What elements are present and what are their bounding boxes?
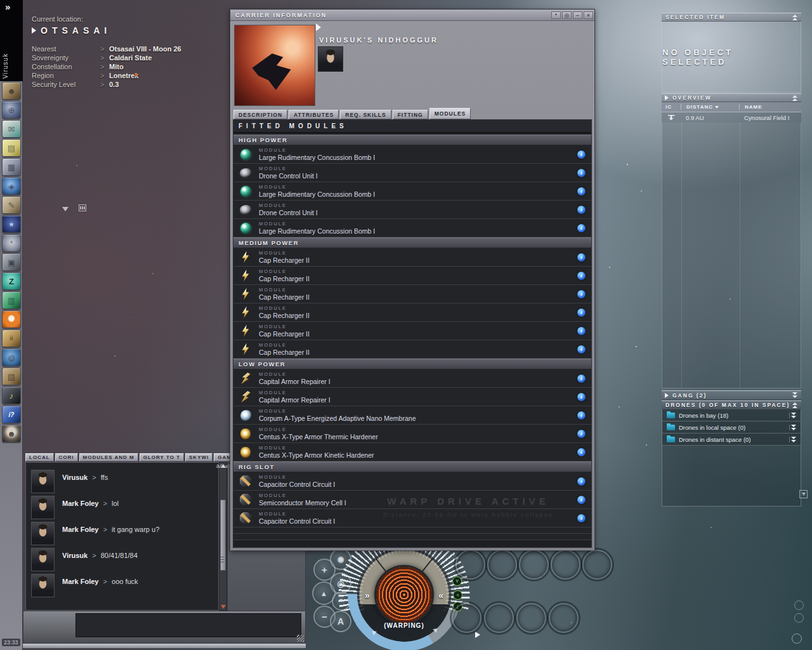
- info-tab[interactable]: DESCRIPTION: [233, 110, 287, 119]
- info-icon[interactable]: i: [577, 169, 586, 177]
- info-icon[interactable]: i: [577, 308, 586, 317]
- info-icon[interactable]: i: [577, 345, 586, 354]
- wallet-icon[interactable]: Z: [2, 272, 21, 290]
- people-and-places-icon[interactable]: ⊕: [2, 101, 21, 119]
- chat-portrait[interactable]: [31, 574, 55, 597]
- next-chevron[interactable]: «: [438, 590, 443, 600]
- help-icon[interactable]: ○: [2, 310, 21, 328]
- hud-menu-arrow[interactable]: [475, 632, 480, 638]
- info-icon[interactable]: i: [577, 224, 586, 232]
- armor-repairer-button[interactable]: [484, 603, 514, 633]
- scoop-to-cargo-icon[interactable]: [799, 490, 808, 498]
- resize-handle[interactable]: [297, 635, 304, 642]
- space-bracket-station[interactable]: [79, 204, 86, 211]
- expand-icon[interactable]: »: [5, 1, 10, 12]
- overview-header[interactable]: OVERVIEW: [662, 93, 801, 102]
- drone-group-row[interactable]: Drones in local space (0): [662, 421, 801, 434]
- weapon-group-toggle[interactable]: =: [453, 590, 462, 600]
- close-icon[interactable]: ×: [584, 11, 593, 19]
- column-icon[interactable]: IC: [662, 104, 681, 110]
- module-row[interactable]: MODULE Centus X-Type Armor Thermic Harde…: [233, 425, 591, 443]
- assets-icon[interactable]: ▣: [2, 253, 21, 271]
- module-row[interactable]: MODULE Capacitor Control Circuit I i: [233, 472, 591, 491]
- module-row[interactable]: MODULE Corpum A-Type Energized Adaptive …: [233, 406, 591, 425]
- autopilot-toggle[interactable]: Y: [452, 576, 462, 586]
- chat-portrait[interactable]: [31, 522, 55, 545]
- collapse-icon[interactable]: [792, 15, 797, 20]
- expand-icon[interactable]: [789, 425, 801, 430]
- module-row[interactable]: MODULE Semiconductor Memory Cell I i: [233, 491, 591, 509]
- map-icon[interactable]: ★: [2, 215, 21, 233]
- info-icon[interactable]: i: [577, 514, 586, 522]
- selected-item-header[interactable]: SELECTED ITEM: [662, 13, 801, 22]
- channels-icon[interactable]: ii: [2, 329, 21, 347]
- info-icon[interactable]: i: [577, 206, 586, 214]
- expand-icon[interactable]: [789, 413, 801, 418]
- module-row[interactable]: MODULE Drone Control Unit I i: [233, 201, 591, 219]
- speed-status-label[interactable]: (WARPING): [384, 622, 424, 629]
- module-row[interactable]: MODULE Drone Control Unit I i: [233, 164, 591, 182]
- chat-tab[interactable]: CORI: [55, 453, 78, 461]
- scroll-down-icon[interactable]: [221, 605, 226, 609]
- drone-group-row[interactable]: Drones in distant space (0): [662, 434, 801, 446]
- module-row[interactable]: MODULE Cap Recharger II i: [233, 267, 591, 285]
- chat-input-field[interactable]: [75, 613, 301, 637]
- module-row[interactable]: MODULE Cap Recharger II i: [233, 322, 591, 340]
- notepad-icon[interactable]: ▤: [2, 139, 21, 157]
- info-tab[interactable]: FITTING: [393, 110, 428, 119]
- concussion-bomb-button[interactable]: [582, 550, 612, 580]
- prev-chevron[interactable]: »: [365, 590, 370, 600]
- chat-portrait[interactable]: [31, 470, 55, 493]
- module-row[interactable]: MODULE Large Rudimentary Concussion Bomb…: [233, 219, 591, 237]
- module-row[interactable]: MODULE Capital Armor Repairer I i: [233, 369, 591, 388]
- module-row[interactable]: MODULE Cap Recharger II i: [233, 285, 591, 303]
- jukebox-icon[interactable]: ♪: [2, 387, 21, 404]
- column-name[interactable]: NAME: [739, 104, 801, 110]
- drone-control-unit-button[interactable]: [487, 550, 517, 580]
- market-icon[interactable]: ▥: [2, 291, 21, 309]
- chat-message-list[interactable]: Virusuk > ffs Mark Foley > lol Mark Fole…: [25, 462, 219, 611]
- info-icon[interactable]: i: [577, 393, 586, 401]
- system-name[interactable]: OTSASAI: [41, 25, 111, 36]
- chat-author[interactable]: Virusuk: [62, 474, 88, 481]
- font-large-button[interactable]: aA: [216, 463, 223, 469]
- info-icon[interactable]: i: [577, 430, 586, 438]
- chat-tab[interactable]: LOCAL: [25, 453, 54, 461]
- info-icon[interactable]: i: [577, 290, 586, 298]
- module-row[interactable]: MODULE Large Rudimentary Concussion Bomb…: [233, 182, 591, 201]
- standings-icon[interactable]: *: [2, 234, 21, 252]
- chat-font-size-controls[interactable]: aA a: [216, 463, 228, 469]
- info-icon[interactable]: i: [577, 187, 586, 196]
- pin-icon[interactable]: *: [551, 11, 561, 19]
- chat-tab[interactable]: GLORY TO T: [140, 453, 184, 461]
- chat-author[interactable]: Mark Foley: [62, 500, 98, 507]
- module-row[interactable]: MODULE Cap Recharger II i: [233, 248, 591, 267]
- space-bracket-triangle[interactable]: [62, 207, 69, 211]
- pilot-portrait[interactable]: [318, 46, 343, 72]
- chat-scrollbar[interactable]: [219, 462, 227, 611]
- chat-author[interactable]: Virusuk: [62, 552, 88, 559]
- collapse-icon[interactable]: [792, 95, 797, 101]
- info-tab[interactable]: REQ. SKILLS: [340, 110, 391, 119]
- concussion-bomb-button[interactable]: [551, 550, 580, 580]
- chat-tab[interactable]: SKYWI: [185, 453, 213, 461]
- station-service-ring[interactable]: [794, 600, 804, 610]
- drones-header[interactable]: DRONES (0 OF MAX 10 IN SPACE): [662, 401, 801, 409]
- info-icon[interactable]: i: [577, 496, 586, 504]
- module-row[interactable]: MODULE Large Rudimentary Concussion Bomb…: [233, 145, 591, 164]
- info-icon[interactable]: i: [577, 272, 586, 280]
- station-service-ring[interactable]: [792, 633, 802, 644]
- column-distance[interactable]: DISTANC: [681, 104, 739, 110]
- character-sheet-icon[interactable]: ☻: [2, 82, 21, 100]
- module-row[interactable]: MODULE Centus X-Type Armor Kinetic Harde…: [233, 443, 591, 461]
- browser-icon[interactable]: ◍: [2, 348, 21, 366]
- chat-author[interactable]: Mark Foley: [62, 526, 98, 533]
- info-icon[interactable]: i: [577, 150, 586, 159]
- info-tab[interactable]: ATTRIBUTES: [289, 110, 339, 119]
- science-industry-icon[interactable]: ◈: [2, 177, 21, 195]
- info-icon[interactable]: i: [577, 327, 586, 335]
- armor-hardener-button[interactable]: [516, 603, 546, 633]
- minimize-icon[interactable]: –: [573, 11, 582, 19]
- chat-portrait[interactable]: [31, 496, 55, 519]
- info-icon[interactable]: i?: [2, 406, 21, 423]
